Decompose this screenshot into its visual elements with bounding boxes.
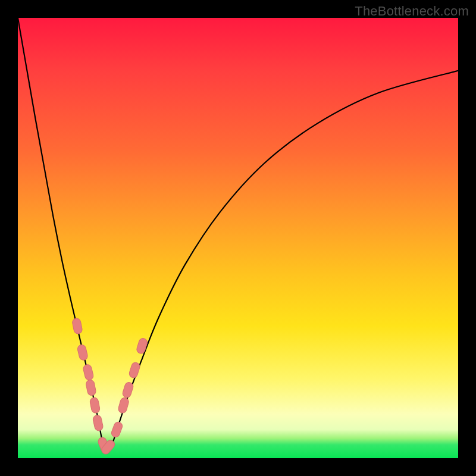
- bottleneck-curve: [18, 18, 458, 452]
- marker-group: [71, 318, 148, 456]
- watermark-text: TheBottleneck.com: [355, 4, 469, 19]
- curve-marker: [85, 379, 96, 396]
- curve-marker: [121, 381, 134, 399]
- curve-marker: [110, 421, 123, 438]
- curve-marker: [89, 397, 101, 414]
- curve-marker: [83, 364, 95, 381]
- plot-area: [18, 18, 458, 458]
- curve-marker: [92, 415, 104, 431]
- curve-marker: [136, 337, 148, 355]
- curve-marker: [71, 318, 83, 334]
- chart-stage: TheBottleneck.com: [0, 0, 476, 476]
- curve-svg: [18, 18, 458, 458]
- curve-marker: [117, 397, 129, 414]
- curve-marker: [128, 361, 140, 378]
- curve-marker: [77, 344, 89, 361]
